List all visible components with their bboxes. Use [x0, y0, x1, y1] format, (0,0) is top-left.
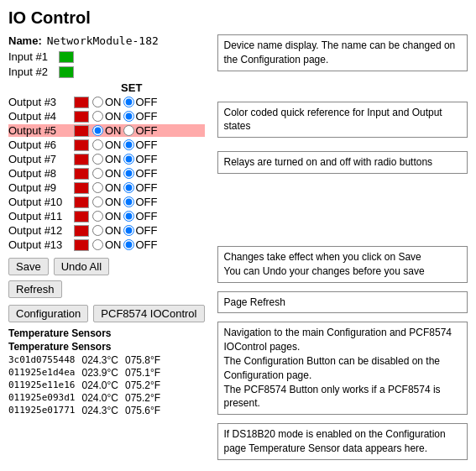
output-13-row: Output #13 ON OFF: [8, 238, 205, 251]
output-6-on-radio[interactable]: [92, 139, 103, 150]
annotation-navigation: Navigation to the main Configuration and…: [217, 322, 468, 415]
output-3-indicator: [74, 97, 89, 108]
save-undo-row: Save Undo All: [8, 258, 205, 275]
sensor-id-4: 011925e01771: [8, 405, 75, 416]
sensor-fahrenheit-3: 075.2°F: [125, 392, 160, 404]
output-3-on-radio[interactable]: [92, 97, 103, 107]
output-5-off-radio[interactable]: [123, 125, 134, 136]
output-10-on-radio[interactable]: [92, 196, 103, 207]
output-4-indicator: [74, 111, 89, 123]
output-8-off-label[interactable]: OFF: [136, 167, 158, 180]
annotations-panel: Device name display. The name can be cha…: [205, 34, 468, 460]
output-13-label: Output #13: [8, 238, 74, 251]
output-12-off-radio[interactable]: [123, 225, 134, 236]
annotation-device-name-text: Device name display. The name can be cha…: [224, 39, 456, 65]
output-5-on-label[interactable]: ON: [105, 124, 122, 137]
output-6-on-label[interactable]: ON: [105, 139, 122, 151]
output-5-off-label[interactable]: OFF: [136, 124, 158, 137]
output-10-off-radio[interactable]: [123, 196, 134, 207]
save-button[interactable]: Save: [8, 258, 49, 275]
output-12-row: Output #12 ON OFF: [8, 224, 205, 237]
output-8-on-label[interactable]: ON: [105, 167, 122, 180]
input-1-indicator: [59, 51, 74, 63]
output-6-off-label[interactable]: OFF: [136, 139, 158, 151]
output-4-row: Output #4 ON OFF: [8, 110, 205, 123]
output-4-on-radio[interactable]: [92, 111, 103, 122]
output-9-on-radio[interactable]: [92, 182, 103, 193]
output-6-radio-group: ON OFF: [92, 139, 158, 151]
sensor-id-0: 3c01d0755448: [8, 354, 75, 366]
pcf8574-button[interactable]: PCF8574 IOControl: [93, 305, 204, 322]
left-panel: Name: NetworkModule-182 Input #1 Input #…: [8, 34, 205, 460]
output-13-off-label[interactable]: OFF: [136, 238, 158, 251]
undo-all-button[interactable]: Undo All: [54, 258, 109, 275]
output-8-label: Output #8: [8, 167, 74, 180]
output-9-row: Output #9 ON OFF: [8, 181, 205, 194]
output-4-off-label[interactable]: OFF: [136, 110, 158, 123]
sensor-id-2: 011925e11e16: [8, 379, 75, 391]
output-6-indicator: [74, 139, 89, 151]
output-4-radio-group: ON OFF: [92, 110, 158, 123]
output-7-off-label[interactable]: OFF: [136, 153, 158, 165]
output-12-on-label[interactable]: ON: [105, 224, 122, 237]
sensor-title: Temperature Sensors: [8, 327, 205, 339]
sensor-fahrenheit-0: 075.8°F: [125, 354, 160, 366]
output-7-label: Output #7: [8, 153, 74, 165]
output-10-on-label[interactable]: ON: [105, 196, 122, 208]
output-10-indicator: [74, 196, 89, 208]
output-13-on-label[interactable]: ON: [105, 238, 122, 251]
output-11-on-radio[interactable]: [92, 211, 103, 222]
output-10-off-label[interactable]: OFF: [136, 196, 158, 208]
output-7-on-label[interactable]: ON: [105, 153, 122, 165]
output-12-off-label[interactable]: OFF: [136, 224, 158, 237]
annotation-save-undo-text: Changes take effect when you click on Sa…: [224, 251, 425, 277]
output-4-off-radio[interactable]: [123, 111, 134, 122]
output-3-off-radio[interactable]: [123, 97, 134, 107]
output-9-radio-group: ON OFF: [92, 181, 158, 194]
output-10-row: Output #10 ON OFF: [8, 196, 205, 208]
output-9-off-label[interactable]: OFF: [136, 181, 158, 194]
output-11-label: Output #11: [8, 210, 74, 222]
name-label: Name:: [8, 34, 42, 47]
sensor-subtitle: Temperature Sensors: [8, 341, 205, 353]
output-6-off-radio[interactable]: [123, 139, 134, 150]
output-13-on-radio[interactable]: [92, 239, 103, 250]
sensor-row-2: 011925e11e16 024.0°C 075.2°F: [8, 379, 205, 391]
sensor-celsius-3: 024.0°C: [81, 392, 118, 404]
output-11-off-radio[interactable]: [123, 211, 134, 222]
annotation-save-undo: Changes take effect when you click on Sa…: [217, 246, 468, 283]
output-11-row: Output #11 ON OFF: [8, 210, 205, 222]
output-11-off-label[interactable]: OFF: [136, 210, 158, 222]
output-10-label: Output #10: [8, 196, 74, 208]
annotation-page-refresh-text: Page Refresh: [224, 296, 285, 308]
output-3-on-label[interactable]: ON: [105, 96, 122, 108]
output-4-on-label[interactable]: ON: [105, 110, 122, 123]
sensor-row-0: 3c01d0755448 024.3°C 075.8°F: [8, 354, 205, 366]
input-1-label: Input #1: [8, 50, 59, 63]
output-7-off-radio[interactable]: [123, 154, 134, 165]
config-buttons-row: Configuration PCF8574 IOControl: [8, 305, 205, 322]
output-12-on-radio[interactable]: [92, 225, 103, 236]
sensor-row-1: 011925e1d4ea 023.9°C 075.1°F: [8, 367, 205, 379]
sensor-fahrenheit-1: 075.1°F: [125, 367, 160, 379]
annotation-color-coded: Color coded quick reference for Input an…: [217, 102, 468, 139]
output-8-on-radio[interactable]: [92, 168, 103, 179]
output-11-on-label[interactable]: ON: [105, 210, 122, 222]
input-1-row: Input #1: [8, 50, 205, 63]
sensor-celsius-4: 024.3°C: [81, 405, 118, 416]
refresh-button[interactable]: Refresh: [8, 280, 62, 298]
annotation-color-coded-text: Color coded quick reference for Input an…: [224, 107, 442, 133]
output-3-label: Output #3: [8, 96, 74, 108]
output-7-indicator: [74, 154, 89, 165]
output-5-on-radio[interactable]: [92, 125, 103, 136]
output-9-off-radio[interactable]: [123, 182, 134, 193]
output-7-on-radio[interactable]: [92, 154, 103, 165]
configuration-button[interactable]: Configuration: [8, 305, 88, 322]
output-12-label: Output #12: [8, 224, 74, 237]
output-8-off-radio[interactable]: [123, 168, 134, 179]
annotation-radio-buttons-text: Relays are turned on and off with radio …: [224, 156, 433, 168]
output-13-off-radio[interactable]: [123, 239, 134, 250]
output-3-off-label[interactable]: OFF: [136, 96, 158, 108]
output-9-on-label[interactable]: ON: [105, 181, 122, 194]
output-3-row: Output #3 ON OFF: [8, 96, 205, 108]
